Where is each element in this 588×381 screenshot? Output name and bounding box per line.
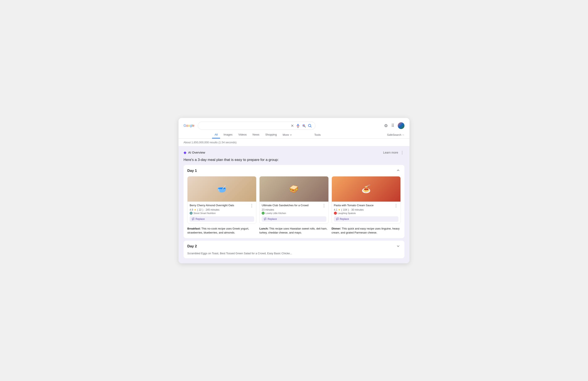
ai-actions: Learn more ⋮: [383, 151, 404, 154]
recipe-title-breakfast: Berry Cherry Almond Overnight Oats: [190, 204, 249, 207]
apps-grid-icon[interactable]: ⠿: [391, 123, 394, 128]
recipe-title-dinner: Pasta with Tomato Cream Sauce: [334, 204, 393, 207]
svg-point-6: [303, 125, 304, 126]
header-icons: ⚙ ⠿: [384, 122, 404, 129]
google-logo: Google: [184, 124, 194, 128]
recipe-title-row-dinner: Pasta with Tomato Cream Sauce ⋮: [334, 204, 398, 208]
source-row-breakfast: S Street Smart Nutrition: [190, 212, 254, 215]
recipe-img-breakfast: 🥣: [188, 176, 256, 202]
source-icon-lunch: L: [262, 212, 265, 215]
search-bar: create a 3 day meal plan for a group tha…: [198, 122, 315, 130]
search-input[interactable]: create a 3 day meal plan for a group tha…: [201, 124, 289, 127]
source-icon-dinner: L: [334, 212, 337, 215]
nav-more-button[interactable]: More: [280, 132, 295, 138]
recipe-more-lunch[interactable]: ⋮: [322, 204, 326, 208]
day2-preview: Scrambled Eggs on Toast, Best Tossed Gre…: [187, 252, 401, 255]
recipe-info-lunch: Ultimate Club Sandwiches for a Crowd ⋮ 2…: [260, 202, 328, 223]
recipe-title-row-breakfast: Berry Cherry Almond Overnight Oats ⋮: [190, 204, 254, 208]
day2-expand-button[interactable]: [396, 244, 401, 249]
recipe-meta-breakfast: 4.9 ★ (22) · 245 minutes: [190, 208, 254, 211]
recipe-card-lunch: 🥪 Ultimate Club Sandwiches for a Crowd ⋮…: [259, 176, 328, 224]
day2-header: Day 2: [187, 244, 401, 249]
browser-window: Google create a 3 day meal plan for a gr…: [178, 118, 410, 263]
day1-header: Day 1: [187, 168, 401, 173]
recipe-title-row-lunch: Ultimate Club Sandwiches for a Crowd ⋮: [262, 204, 326, 208]
svg-rect-2: [297, 124, 298, 126]
nav-item-videos[interactable]: Videos: [236, 131, 249, 138]
recipe-info-dinner: Pasta with Tomato Cream Sauce ⋮ 4.1 ★ (1…: [332, 202, 400, 223]
source-icon-breakfast: S: [190, 212, 192, 215]
recipe-meta-dinner: 4.1 ★ (104) · 30 minutes: [334, 208, 398, 211]
lens-search-button[interactable]: [302, 124, 306, 128]
meal-descriptions: Breakfast: This no-cook recipe uses Gree…: [187, 227, 401, 235]
ai-intro-text: Here's a 3-day meal plan that is easy to…: [184, 158, 404, 162]
recipe-title-lunch: Ultimate Club Sandwiches for a Crowd: [262, 204, 321, 207]
day2-title: Day 2: [187, 244, 197, 248]
recipe-img-lunch: 🥪: [260, 176, 328, 202]
day1-section: Day 1 🥣 Berry Cherry Almond Overnight Oa…: [184, 165, 404, 238]
breakfast-desc: Breakfast: This no-cook recipe uses Gree…: [187, 227, 256, 235]
nav-item-news[interactable]: News: [250, 131, 262, 138]
source-row-lunch: L Lovely Little Kitchen: [262, 212, 326, 215]
dinner-desc: Dinner: This quick and easy recipe uses …: [332, 227, 401, 235]
ai-overview-header: ◆ AI Overview Learn more ⋮: [184, 150, 404, 155]
nav-tools-button[interactable]: Tools: [312, 132, 323, 138]
recipe-card-breakfast: 🥣 Berry Cherry Almond Overnight Oats ⋮ 4…: [187, 176, 256, 224]
recipe-img-dinner: 🍝: [332, 176, 400, 202]
nav-item-shopping[interactable]: Shopping: [263, 131, 279, 138]
svg-line-9: [310, 126, 311, 127]
learn-more-link[interactable]: Learn more: [383, 151, 398, 154]
lunch-desc: Lunch: This recipe uses Hawaiian sweet r…: [259, 227, 328, 235]
search-submit-button[interactable]: [308, 124, 312, 128]
ai-diamond-icon: ◆: [184, 150, 187, 155]
recipe-reviews-breakfast: (: [197, 208, 198, 211]
replace-button-lunch[interactable]: Replace: [262, 216, 326, 222]
nav-item-all[interactable]: All: [212, 131, 220, 138]
day1-collapse-button[interactable]: [396, 168, 401, 173]
voice-search-button[interactable]: [296, 124, 300, 128]
replace-button-breakfast[interactable]: Replace: [190, 216, 254, 222]
avatar[interactable]: [398, 122, 404, 129]
recipe-more-dinner[interactable]: ⋮: [394, 204, 398, 208]
header: Google create a 3 day meal plan for a gr…: [178, 118, 410, 130]
clear-search-button[interactable]: [291, 124, 294, 128]
replace-button-dinner[interactable]: Replace: [334, 216, 398, 222]
recipe-meta-lunch: 23 minutes: [262, 208, 326, 211]
nav-bar: All Images Videos News Shopping More Too…: [178, 130, 410, 139]
source-row-dinner: L Laughing Spatula: [334, 212, 398, 215]
ai-title-row: ◆ AI Overview: [184, 150, 205, 155]
ai-overview-section: ◆ AI Overview Learn more ⋮ Here's a 3-da…: [178, 146, 410, 263]
recipe-cards-day1: 🥣 Berry Cherry Almond Overnight Oats ⋮ 4…: [187, 176, 401, 224]
results-count: About 1,650,000,000 results (1.54 second…: [178, 139, 410, 146]
settings-icon[interactable]: ⚙: [384, 123, 388, 128]
safesearch-button[interactable]: SafeSearch: [387, 132, 404, 138]
ai-overview-title: AI Overview: [188, 151, 205, 154]
ai-more-options-button[interactable]: ⋮: [400, 151, 404, 154]
svg-line-7: [304, 126, 305, 127]
day2-section: Day 2 Scrambled Eggs on Toast, Best Toss…: [184, 241, 404, 258]
recipe-info-breakfast: Berry Cherry Almond Overnight Oats ⋮ 4.9…: [188, 202, 256, 223]
recipe-more-breakfast[interactable]: ⋮: [250, 204, 254, 208]
day1-title: Day 1: [187, 169, 197, 173]
nav-item-images[interactable]: Images: [221, 131, 235, 138]
recipe-card-dinner: 🍝 Pasta with Tomato Cream Sauce ⋮ 4.1 ★ …: [332, 176, 401, 224]
